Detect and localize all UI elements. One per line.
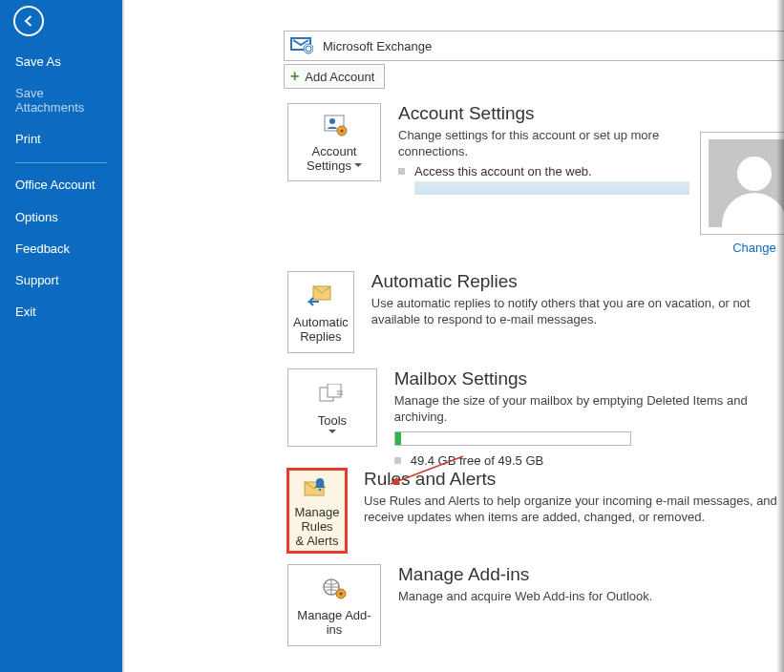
section-rules-alerts: Manage Rules & Alerts Rules and Alerts U… [287,469,784,553]
svg-rect-7 [328,384,341,397]
automatic-replies-icon [306,283,336,309]
bullet-icon [394,457,401,464]
tools-button[interactable]: Tools [287,368,377,447]
nav-save-as[interactable]: Save As [0,46,122,77]
nav-print[interactable]: Print [0,123,122,155]
tools-btn-label: Tools [318,413,347,428]
back-button[interactable] [13,6,44,36]
nav-support[interactable]: Support [0,264,122,296]
storage-progress-fill [395,432,401,445]
plus-icon: + [290,68,299,85]
main-panel: Microsoft Exchange + Add Account Change … [124,0,784,672]
account-selector-label: Microsoft Exchange [323,39,432,53]
chevron-down-icon [354,163,362,171]
nav-separator [15,162,107,163]
automatic-replies-btn-l2: Replies [300,329,341,344]
change-avatar-link[interactable]: Change [732,241,776,255]
chevron-down-icon [328,430,336,437]
automatic-replies-desc: Use automatic replies to notify others t… [371,296,784,328]
avatar-frame [700,132,784,235]
account-settings-desc: Change settings for this account or set … [398,128,685,160]
nav-exit[interactable]: Exit [0,296,122,327]
mailbox-settings-desc: Manage the size of your mailbox by empty… [394,393,784,426]
nav-office-account[interactable]: Office Account [0,169,122,201]
section-account-settings: Account Settings Account Settings Change… [287,103,685,195]
account-settings-icon [319,114,350,138]
nav-feedback[interactable]: Feedback [0,233,122,264]
addins-icon [319,576,350,602]
section-automatic-replies: Automatic Replies Automatic Replies Use … [287,271,784,353]
account-web-link-redacted[interactable] [414,181,689,195]
add-account-label: Add Account [305,70,374,84]
rules-btn-l1: Manage Rules [292,505,342,534]
account-web-access-text: Access this account on the web. [414,164,689,178]
storage-free-text: 49.4 GB free of 49.5 GB [411,453,543,468]
svg-point-12 [340,593,343,596]
manage-addins-button[interactable]: Manage Add- ins [287,564,381,646]
back-arrow-icon [21,13,36,29]
nav-options[interactable]: Options [0,201,122,233]
right-edge-shadow [776,0,784,672]
nav-save-attachments: Save Attachments [0,77,122,123]
account-settings-btn-l1: Account [312,144,357,158]
rules-btn-l2: & Alerts [296,534,339,548]
section-addins: Manage Add- ins Manage Add-ins Manage an… [287,564,652,646]
addins-title: Manage Add-ins [398,564,652,585]
account-settings-button[interactable]: Account Settings [287,103,381,181]
rules-alerts-icon [302,476,332,499]
addins-desc: Manage and acquire Web Add-ins for Outlo… [398,589,652,605]
svg-point-9 [319,488,322,491]
account-settings-btn-l2: Settings [307,158,351,173]
bullet-icon [398,168,405,175]
svg-point-4 [341,130,344,133]
add-account-button[interactable]: + Add Account [284,64,385,89]
automatic-replies-button[interactable]: Automatic Replies [287,271,354,353]
backstage-sidebar: Save As Save Attachments Print Office Ac… [0,0,122,672]
section-mailbox-settings: Tools Mailbox Settings Manage the size o… [287,368,784,468]
automatic-replies-btn-l1: Automatic [293,315,349,329]
tools-icon [317,381,348,408]
avatar-placeholder-icon [709,139,784,227]
account-selector[interactable]: Microsoft Exchange [284,31,784,61]
rules-alerts-title: Rules and Alerts [364,469,784,490]
addins-btn-l1: Manage Add- [297,608,371,622]
account-settings-title: Account Settings [398,103,685,124]
rules-alerts-desc: Use Rules and Alerts to help organize yo… [364,494,784,526]
exchange-icon [290,37,323,54]
mailbox-settings-title: Mailbox Settings [394,368,784,389]
storage-progress-bar [394,431,631,446]
svg-point-2 [329,118,335,124]
automatic-replies-title: Automatic Replies [371,271,784,292]
avatar-block: Change [700,132,784,255]
addins-btn-l2: ins [327,622,343,637]
manage-rules-alerts-button[interactable]: Manage Rules & Alerts [287,469,347,553]
